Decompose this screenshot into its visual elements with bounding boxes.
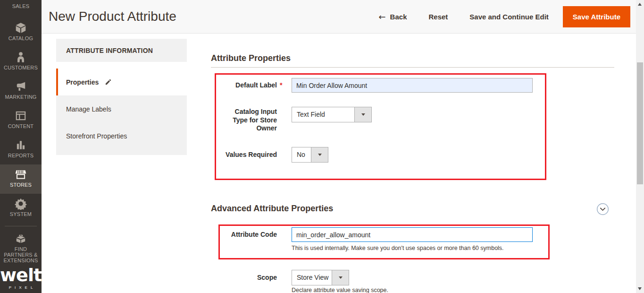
megaphone-icon: [15, 80, 27, 93]
back-arrow-icon: ←: [379, 12, 386, 22]
tab-label: Properties: [66, 78, 99, 86]
sidebar-item-label: CONTENT: [8, 123, 34, 129]
section-divider: [211, 67, 614, 68]
select-dropdown-button[interactable]: [332, 270, 349, 285]
sidebar-item-label: MARKETING: [5, 94, 36, 100]
scrollbar-thumb[interactable]: [637, 62, 643, 184]
scroll-down-arrow[interactable]: [638, 287, 642, 290]
logo-subtext: PIXEL: [0, 285, 42, 290]
logo-text: welt: [0, 266, 42, 284]
tab-storefront-properties[interactable]: Storefront Properties: [56, 122, 187, 149]
attribute-code-note: This is used internally. Make sure you d…: [292, 245, 504, 251]
values-required-select[interactable]: No: [292, 147, 328, 163]
weltpixel-logo: welt PIXEL: [0, 266, 42, 290]
sidebar-item-label: SALES: [12, 3, 29, 9]
tabs-items: Properties Manage Labels Storefront Prop…: [56, 69, 187, 155]
page-title: New Product Attribute: [49, 9, 176, 24]
attribute-code-input[interactable]: [292, 227, 533, 242]
sidebar-item-catalog[interactable]: CATALOG: [0, 18, 42, 47]
section-title-attribute-properties: Attribute Properties: [211, 53, 291, 63]
layout-icon: [15, 110, 27, 122]
header-actions: ← Back Reset Save and Continue Edit Save…: [379, 6, 630, 27]
tab-properties[interactable]: Properties: [56, 69, 187, 95]
pencil-icon: [105, 78, 112, 86]
chevron-down-icon: [361, 113, 365, 116]
attribute-code-label: Attribute Code: [211, 227, 277, 242]
sidebar-item-label: CUSTOMERS: [4, 65, 38, 70]
default-label-label: Default Label: [211, 78, 277, 93]
admin-sidebar: SALES CATALOG CUSTOMERS MARKETING CONTEN: [0, 0, 42, 293]
required-asterisk: *: [280, 78, 282, 93]
tab-label: Storefront Properties: [66, 132, 127, 140]
tabs-panel-title: ATTRIBUTE INFORMATION: [56, 39, 187, 62]
select-value: Store View: [292, 270, 332, 285]
sidebar-item-label: CATALOG: [8, 35, 33, 41]
tab-label: Manage Labels: [66, 105, 111, 113]
scope-select[interactable]: Store View: [292, 270, 349, 285]
main-content: ATTRIBUTE INFORMATION Properties Manage …: [42, 34, 636, 293]
save-and-continue-button[interactable]: Save and Continue Edit: [469, 13, 549, 21]
sidebar-item-find-partners[interactable]: FIND PARTNERS & EXTENSIONS: [0, 229, 42, 260]
sidebar-divider: [5, 226, 37, 226]
person-icon: [15, 51, 27, 63]
scope-note: Declare attribute value saving scope.: [292, 287, 388, 293]
storefront-icon: [15, 168, 27, 181]
page-header: New Product Attribute ← Back Reset Save …: [42, 0, 636, 34]
default-label-input[interactable]: [292, 78, 533, 93]
sidebar-item-label: SYSTEM: [10, 211, 32, 217]
sidebar-item-stores[interactable]: STORES: [0, 164, 42, 194]
chevron-down-icon: [339, 276, 343, 279]
reset-button[interactable]: Reset: [428, 13, 448, 21]
sidebar-item-reports[interactable]: REPORTS: [0, 135, 42, 164]
select-value: Text Field: [292, 107, 354, 122]
tab-manage-labels[interactable]: Manage Labels: [56, 95, 187, 122]
sidebar-item-system[interactable]: SYSTEM: [0, 194, 42, 223]
sidebar-item-sales[interactable]: SALES: [0, 0, 42, 18]
catalog-input-type-label: Catalog Input Type for Store Owner: [230, 108, 277, 133]
scope-label: Scope: [211, 270, 277, 285]
sidebar-item-label: FIND PARTNERS & EXTENSIONS: [0, 246, 42, 263]
catalog-box-icon: [15, 22, 27, 34]
chevron-down-icon: [318, 154, 322, 156]
back-label: Back: [390, 13, 407, 21]
gear-icon: [15, 198, 27, 210]
select-dropdown-button[interactable]: [311, 147, 328, 162]
back-button[interactable]: ← Back: [379, 12, 407, 22]
collapse-section-icon[interactable]: [596, 203, 609, 215]
sidebar-item-label: STORES: [10, 182, 32, 188]
values-required-label: Values Required: [211, 147, 277, 163]
section-title-advanced-properties: Advanced Attribute Properties: [211, 204, 333, 214]
sidebar-item-label: REPORTS: [8, 153, 33, 158]
save-attribute-button[interactable]: Save Attribute: [563, 6, 630, 27]
catalog-input-type-select[interactable]: Text Field: [292, 107, 372, 122]
select-value: No: [292, 147, 311, 162]
attribute-tabs-panel: ATTRIBUTE INFORMATION Properties Manage …: [56, 39, 187, 155]
bar-chart-icon: [15, 139, 27, 151]
sidebar-item-customers[interactable]: CUSTOMERS: [0, 47, 42, 77]
sidebar-item-marketing[interactable]: MARKETING: [0, 77, 42, 106]
lego-brick-icon: [15, 233, 27, 245]
admin-page: SALES CATALOG CUSTOMERS MARKETING CONTEN: [0, 0, 644, 293]
scroll-up-arrow[interactable]: [638, 3, 642, 6]
sidebar-item-content[interactable]: CONTENT: [0, 106, 42, 135]
select-dropdown-button[interactable]: [354, 107, 371, 122]
vertical-scrollbar: [636, 0, 644, 293]
